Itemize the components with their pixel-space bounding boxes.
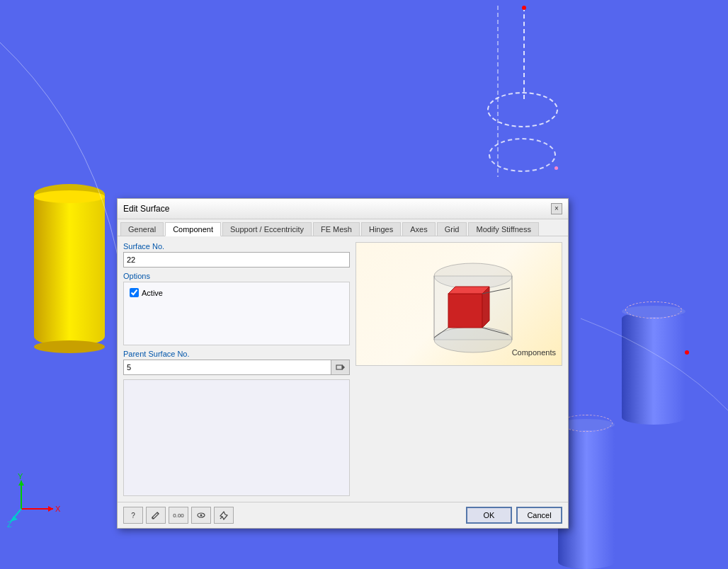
footer-right-buttons: OK Cancel bbox=[466, 507, 562, 524]
close-button[interactable]: × bbox=[551, 203, 562, 214]
surface-no-label: Surface No. bbox=[123, 242, 350, 251]
axis-indicator: X Y Z bbox=[7, 473, 64, 530]
bottom-area bbox=[123, 379, 350, 496]
pink-dot bbox=[554, 166, 558, 170]
options-box: Active bbox=[123, 282, 350, 345]
tab-axes[interactable]: Axes bbox=[402, 222, 435, 236]
tab-modify-stiffness[interactable]: Modify Stiffness bbox=[468, 222, 538, 236]
svg-point-27 bbox=[200, 515, 203, 517]
left-panel: Surface No. Options Active Parent Surfac… bbox=[123, 242, 350, 496]
parent-surface-input[interactable] bbox=[123, 360, 331, 375]
component-diagram bbox=[395, 251, 523, 357]
blue-cylinder-1 bbox=[622, 311, 686, 425]
cyl1-top-oval bbox=[625, 301, 682, 318]
title-bar: Edit Surface × bbox=[118, 199, 568, 219]
active-checkbox[interactable] bbox=[130, 288, 139, 297]
footer-left-buttons: ? 0.00 bbox=[123, 507, 234, 524]
svg-text:X: X bbox=[55, 505, 61, 513]
edit-surface-dialog: Edit Surface × General Component Support… bbox=[117, 198, 569, 529]
options-label: Options bbox=[123, 272, 350, 280]
svg-marker-3 bbox=[18, 481, 24, 485]
dashed-circle-bottom bbox=[489, 138, 556, 172]
svg-rect-17 bbox=[448, 294, 482, 328]
parent-surface-label: Parent Surface No. bbox=[123, 350, 350, 358]
yellow-cylinder bbox=[34, 184, 105, 347]
arrow-icon bbox=[336, 362, 346, 372]
edit-icon bbox=[151, 510, 161, 520]
svg-text:Y: Y bbox=[18, 473, 23, 481]
tab-component[interactable]: Component bbox=[165, 222, 221, 236]
svg-point-14 bbox=[434, 327, 512, 352]
red-dot bbox=[522, 6, 526, 10]
active-label: Active bbox=[142, 289, 163, 297]
svg-line-23 bbox=[157, 512, 159, 514]
tab-hinges[interactable]: Hinges bbox=[361, 222, 401, 236]
svg-marker-1 bbox=[48, 506, 53, 512]
preview-panel: Components bbox=[356, 242, 562, 496]
tab-support-eccentricity[interactable]: Support / Eccentricity bbox=[222, 222, 312, 236]
cancel-button[interactable]: Cancel bbox=[516, 507, 562, 524]
parent-surface-section: Parent Surface No. bbox=[123, 350, 350, 375]
surface-no-input[interactable] bbox=[123, 252, 350, 268]
preview-label: Components bbox=[512, 348, 556, 357]
numbers-button[interactable]: 0.00 bbox=[169, 507, 188, 524]
dialog-title: Edit Surface bbox=[123, 204, 169, 214]
svg-text:Z: Z bbox=[7, 520, 12, 529]
help-button[interactable]: ? bbox=[123, 507, 143, 524]
pin-button[interactable] bbox=[214, 507, 234, 524]
red-dot-cyl1 bbox=[685, 350, 689, 355]
parent-surface-button[interactable] bbox=[331, 360, 350, 375]
preview-image: Components bbox=[356, 242, 562, 366]
help-icon: ? bbox=[131, 512, 135, 519]
surface-no-section: Surface No. bbox=[123, 242, 350, 268]
active-checkbox-row: Active bbox=[130, 288, 343, 297]
svg-rect-10 bbox=[336, 365, 342, 369]
tabs-bar: General Component Support / Eccentricity… bbox=[118, 219, 568, 236]
dashed-circle-top bbox=[487, 92, 558, 127]
eye-icon bbox=[196, 510, 206, 520]
edit-button[interactable] bbox=[146, 507, 166, 524]
dialog-body: Surface No. Options Active Parent Surfac… bbox=[118, 236, 568, 502]
view-button[interactable] bbox=[191, 507, 211, 524]
tab-general[interactable]: General bbox=[120, 222, 164, 236]
options-section: Options Active bbox=[123, 272, 350, 345]
tab-fe-mesh[interactable]: FE Mesh bbox=[313, 222, 360, 236]
pin-icon bbox=[219, 510, 229, 520]
dialog-footer: ? 0.00 bbox=[118, 502, 568, 528]
ok-button[interactable]: OK bbox=[466, 507, 512, 524]
numbers-icon: 0.00 bbox=[173, 512, 184, 519]
dashed-line bbox=[523, 7, 525, 99]
svg-marker-11 bbox=[342, 364, 345, 370]
svg-line-28 bbox=[220, 517, 222, 519]
tab-grid[interactable]: Grid bbox=[437, 222, 467, 236]
parent-surface-row bbox=[123, 360, 350, 375]
